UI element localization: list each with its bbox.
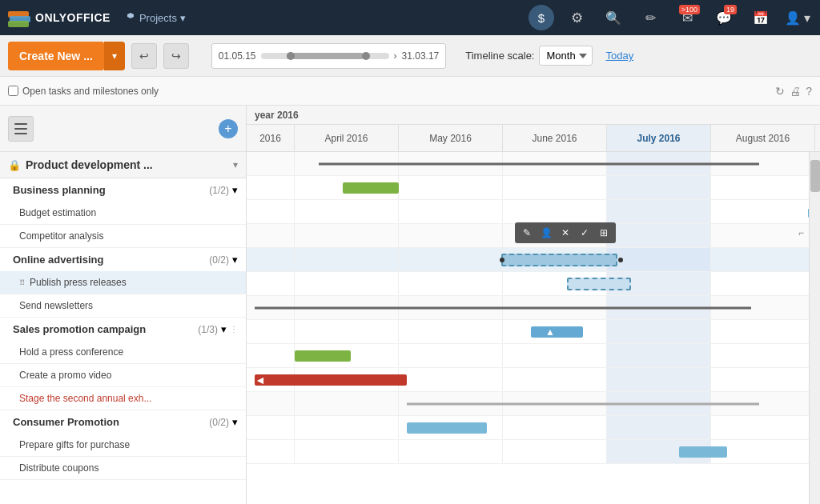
gantt-bar-budget-estimation[interactable] bbox=[343, 182, 399, 194]
range-arrow: › bbox=[394, 50, 397, 62]
gantt-col bbox=[295, 248, 399, 271]
group-name: Online advertising bbox=[13, 254, 209, 266]
task-name: Hold a press conference bbox=[19, 346, 238, 358]
gantt-col bbox=[247, 200, 295, 223]
task-budget-estimation[interactable]: Budget estimation bbox=[0, 202, 246, 225]
timeline-scale-label: Timeline scale: bbox=[465, 50, 534, 62]
user-nav-icon[interactable]: 👤 ▾ bbox=[783, 3, 812, 32]
help-icon[interactable]: ? bbox=[806, 85, 812, 98]
task-prepare-gifts[interactable]: Prepare gifts for purchase bbox=[0, 434, 246, 457]
gantt-bar-hold-press-conference[interactable] bbox=[531, 326, 583, 338]
mail-nav-icon[interactable]: ✉>100 bbox=[673, 3, 701, 32]
task-create-promo-video[interactable]: Create a promo video bbox=[0, 364, 246, 387]
gantt-bar-send-newsletters[interactable] bbox=[567, 278, 631, 290]
timeline-range-control[interactable]: 01.05.15 › 31.03.17 bbox=[211, 43, 446, 69]
task-publish-press-releases[interactable]: ⠿ Publish press releases bbox=[0, 271, 246, 294]
task-send-newsletters[interactable]: Send newsletters bbox=[0, 294, 246, 318]
range-start-label: 01.05.15 bbox=[219, 50, 256, 62]
dollar-nav-icon[interactable]: $ bbox=[529, 5, 554, 30]
gantt-row-competitor-analysis: ▶ bbox=[247, 200, 820, 224]
gantt-month-row: 2016 April 2016 May 2016 June 2016 July … bbox=[247, 125, 820, 152]
popup-delete-icon[interactable]: ✕ bbox=[557, 225, 573, 241]
open-tasks-filter[interactable]: Open tasks and milestones only bbox=[8, 86, 159, 97]
popup-edit-icon[interactable]: ✎ bbox=[519, 225, 535, 241]
gantt-col bbox=[503, 368, 607, 391]
timeline-scale-wrap: Timeline scale: Month Week Day bbox=[465, 46, 593, 66]
milestone-icon: ⌐ bbox=[798, 227, 804, 238]
group-consumer-promotion[interactable]: Consumer Promotion (0/2) ▾ bbox=[0, 410, 246, 434]
bar-handle-right[interactable] bbox=[618, 258, 623, 262]
hamburger-line bbox=[14, 133, 27, 134]
main-area: + 🔒 Product development ... ▾ Business p… bbox=[0, 106, 820, 504]
lock-icon: 🔒 bbox=[8, 159, 21, 171]
gantt-col bbox=[711, 248, 815, 271]
chat-nav-icon[interactable]: 💬19 bbox=[709, 3, 738, 32]
left-panel: + 🔒 Product development ... ▾ Business p… bbox=[0, 106, 247, 504]
range-handle-left[interactable] bbox=[287, 52, 295, 60]
search-nav-icon[interactable]: 🔍 bbox=[599, 3, 628, 32]
gantt-bar-publish-press-releases[interactable] bbox=[501, 254, 617, 266]
gantt-col bbox=[607, 344, 711, 367]
hamburger-button[interactable] bbox=[8, 116, 34, 142]
year-label: year 2016 bbox=[255, 110, 299, 121]
task-distribute-coupons[interactable]: Distribute coupons bbox=[0, 457, 246, 480]
add-task-button[interactable]: + bbox=[219, 119, 238, 138]
gantt-col bbox=[295, 320, 399, 343]
open-tasks-checkbox[interactable] bbox=[8, 86, 18, 96]
gantt-row-stage-second-annual: ◄ bbox=[247, 368, 820, 392]
undo-button[interactable]: ↩ bbox=[131, 43, 157, 69]
options-icon[interactable]: ⋮ bbox=[230, 325, 238, 334]
gantt-row-publish-press-releases bbox=[247, 248, 820, 272]
gantt-col bbox=[711, 344, 815, 367]
refresh-icon[interactable]: ↻ bbox=[775, 85, 785, 98]
task-competitor-analysis[interactable]: Competitor analysis bbox=[0, 225, 246, 248]
gantt-col bbox=[503, 176, 607, 199]
group-name: Sales promotion campaign bbox=[13, 323, 198, 335]
chat-badge: 19 bbox=[724, 5, 737, 14]
task-hold-press-conference[interactable]: Hold a press conference bbox=[0, 341, 246, 364]
gantt-col bbox=[247, 272, 295, 295]
popup-expand-icon[interactable]: ⊞ bbox=[596, 225, 612, 241]
gantt-col bbox=[295, 272, 399, 295]
gantt-row-business-planning bbox=[247, 152, 820, 176]
group-sales-promotion[interactable]: Sales promotion campaign (1/3) ▾ ⋮ bbox=[0, 318, 246, 341]
print-icon[interactable]: 🖨 bbox=[790, 85, 801, 98]
range-slider[interactable] bbox=[261, 53, 389, 59]
gantt-bar-create-promo-video[interactable] bbox=[295, 350, 351, 362]
create-new-dropdown[interactable]: ▾ bbox=[104, 42, 125, 70]
hamburger-line bbox=[14, 123, 27, 125]
popup-toolbar: ✎ 👤 ✕ ✓ ⊞ bbox=[515, 222, 616, 243]
gantt-col bbox=[503, 416, 607, 439]
gear-nav-icon[interactable]: ⚙ bbox=[562, 3, 591, 32]
calendar-nav-icon[interactable]: 📅 bbox=[746, 3, 775, 32]
month-col-july: July 2016 bbox=[607, 125, 711, 152]
popup-check-icon[interactable]: ✓ bbox=[577, 225, 593, 241]
gantt-year-row: year 2016 bbox=[247, 106, 820, 125]
gantt-bar-prepare-gifts[interactable] bbox=[407, 422, 487, 434]
gantt-bar-distribute-coupons[interactable] bbox=[679, 446, 727, 458]
gantt-bar-stage-annual[interactable] bbox=[255, 374, 407, 386]
today-button[interactable]: Today bbox=[605, 50, 633, 62]
gantt-scrollbar-thumb[interactable] bbox=[810, 160, 820, 192]
range-handle-right[interactable] bbox=[362, 52, 370, 60]
group-online-advertising[interactable]: Online advertising (0/2) ▾ bbox=[0, 248, 246, 271]
edit-nav-icon[interactable]: ✏ bbox=[636, 3, 665, 32]
popup-user-icon[interactable]: 👤 bbox=[538, 225, 554, 241]
redo-button[interactable]: ↪ bbox=[163, 43, 189, 69]
project-expand-arrow[interactable]: ▾ bbox=[233, 159, 238, 170]
timeline-scale-select[interactable]: Month Week Day bbox=[539, 46, 593, 66]
create-new-button[interactable]: Create New ... bbox=[8, 42, 104, 70]
nav-projects[interactable]: Projects ▾ bbox=[127, 12, 186, 24]
bar-handle-left[interactable] bbox=[500, 258, 504, 262]
gantt-col bbox=[607, 224, 711, 247]
task-stage-second-annual[interactable]: Stage the second annual exh... bbox=[0, 387, 246, 410]
gantt-col bbox=[711, 320, 815, 343]
gantt-row-sales-promotion bbox=[247, 296, 820, 320]
gantt-scrollbar-vertical[interactable] bbox=[809, 152, 820, 504]
gantt-col bbox=[607, 200, 711, 223]
group-count: (0/2) bbox=[209, 417, 229, 428]
group-business-planning[interactable]: Business planning (1/2) ▾ bbox=[0, 178, 246, 202]
gantt-col bbox=[711, 368, 815, 391]
logo-area: ONLYOFFICE bbox=[8, 6, 111, 29]
gantt-col bbox=[399, 440, 503, 463]
